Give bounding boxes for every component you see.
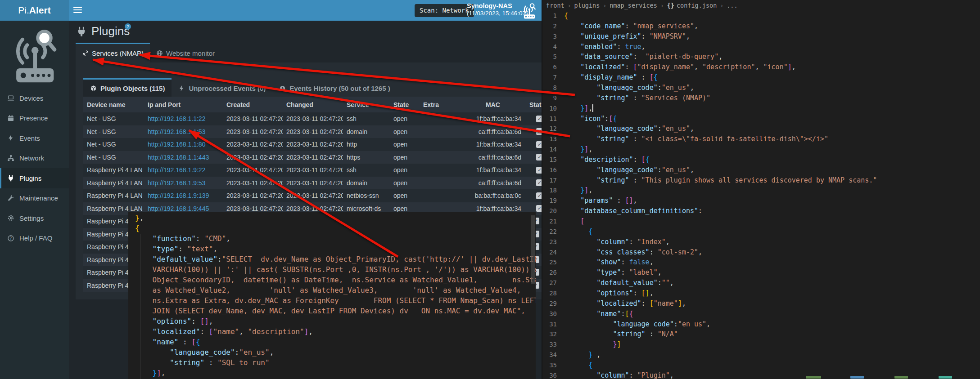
ip-port-link[interactable]: http://192.168.1.1:443 bbox=[148, 154, 209, 161]
plugin-tabs: Services (NMAP)Website monitor bbox=[76, 43, 221, 62]
ip-port-link[interactable]: http://192.168.1.9:139 bbox=[148, 192, 209, 199]
tab-label: Website monitor bbox=[166, 49, 215, 57]
table-row[interactable]: Net - USGhttp://192.168.1.1:802023-03-11… bbox=[83, 138, 542, 151]
cell-changed: 2023-03-11 02:47:20 bbox=[283, 189, 343, 202]
line-number: 27 bbox=[542, 278, 564, 288]
svg-text:?: ? bbox=[10, 236, 12, 241]
cell-device-name: Raspberry Pi 4 bbox=[87, 279, 129, 292]
cell-created: 2023-03-11 02:47:20 bbox=[223, 112, 283, 125]
code-line: "function": "CMD", bbox=[135, 233, 536, 244]
cell-service: ssh bbox=[343, 164, 390, 177]
sidebar-item-maintenance[interactable]: Maintenance bbox=[0, 188, 69, 209]
sidebar-item-help-faq[interactable]: ?Help / FAQ bbox=[0, 228, 69, 249]
line-number: 10 bbox=[542, 103, 564, 114]
cell-service: domain bbox=[343, 177, 390, 190]
sidebar-menu: DevicesPresenceEventsNetworkPluginsMaint… bbox=[0, 88, 69, 248]
breadcrumb-item[interactable]: front bbox=[546, 2, 565, 9]
chevron-right-icon: › bbox=[660, 2, 664, 9]
column-header-ip-and-port[interactable]: Ip and Port bbox=[144, 97, 223, 112]
cell-state: open bbox=[390, 138, 420, 151]
brand-logo[interactable]: Pi.Alert bbox=[0, 0, 69, 21]
ip-port-link[interactable]: http://192.168.1.9:53 bbox=[148, 179, 205, 187]
help-badge[interactable]: ? bbox=[125, 23, 131, 30]
sidebar-item-events[interactable]: Events bbox=[0, 128, 69, 148]
subtab-events-history-50-out-of-1265[interactable]: Events History (50 out of 1265 ) bbox=[272, 78, 397, 97]
ip-port-link[interactable]: http://192.168.1.9:22 bbox=[148, 166, 205, 174]
breadcrumb-item[interactable]: nmap_services bbox=[610, 2, 657, 9]
tab-services-nmap[interactable]: Services (NMAP) bbox=[76, 43, 150, 62]
breadcrumb-item[interactable]: ... bbox=[727, 2, 737, 9]
column-header-created[interactable]: Created bbox=[223, 97, 283, 112]
sidebar-item-devices[interactable]: Devices bbox=[0, 88, 69, 108]
column-header-extra[interactable]: Extra bbox=[420, 97, 460, 112]
tab-website-monitor[interactable]: Website monitor bbox=[150, 43, 221, 62]
cell-mac: ca:ff:ff:ca:ba:6d bbox=[460, 125, 526, 138]
ip-port-link[interactable]: http://192.168.1.1:22 bbox=[148, 115, 205, 122]
line-number: 26 bbox=[542, 268, 564, 278]
column-header-changed[interactable]: Changed bbox=[283, 97, 343, 112]
column-header-mac[interactable]: MAC bbox=[460, 97, 526, 112]
line-number: 9 bbox=[542, 93, 564, 103]
cell-created: 2023-03-11 02:47:20 bbox=[223, 151, 283, 164]
cell-extra bbox=[420, 112, 460, 125]
sidebar-item-settings[interactable]: Settings bbox=[0, 208, 69, 228]
line-number: 24 bbox=[542, 247, 564, 258]
code-line: 30 "name":[{ bbox=[542, 309, 980, 319]
cell-state: open bbox=[390, 112, 420, 125]
cell-mac: ca:ff:ff:ca:ba:6d bbox=[460, 177, 526, 190]
code-line: 14 }], bbox=[542, 144, 980, 155]
column-header-state[interactable]: State bbox=[390, 97, 420, 112]
line-number: 33 bbox=[542, 339, 564, 350]
table-row[interactable]: Raspberry Pi 4 LANhttp://192.168.1.9:222… bbox=[83, 164, 542, 177]
panel-divider bbox=[542, 0, 542, 379]
code-line: 32 "string" : "N/A" bbox=[542, 329, 980, 339]
table-row[interactable]: Net - USGhttp://192.168.1.1:532023-03-11… bbox=[83, 125, 542, 138]
cell-device-name: Raspberry Pi 4 LAN bbox=[83, 189, 144, 202]
breadcrumb-item[interactable]: plugins bbox=[574, 2, 600, 9]
cell-service: domain bbox=[343, 125, 390, 138]
code-line: 3 "unique_prefix": "NMAPSRV", bbox=[542, 31, 980, 42]
hamburger-menu-icon[interactable] bbox=[73, 7, 82, 13]
plugin-objects-table: Device nameIp and PortCreatedChangedServ… bbox=[83, 97, 542, 215]
sidebar-item-label: Settings bbox=[19, 214, 44, 222]
bolt-icon bbox=[178, 85, 185, 92]
plugin-subtabs: Plugin Objects (115)Unprocessed Events (… bbox=[83, 78, 397, 97]
line-number: 12 bbox=[542, 124, 564, 134]
tab-label: Unprocessed Events (0) bbox=[189, 85, 266, 92]
code-line: 28 "options": [], bbox=[542, 288, 980, 299]
code-line: "localized": ["name", "description"], bbox=[135, 326, 536, 337]
ip-port-link[interactable]: http://192.168.1.1:53 bbox=[148, 128, 205, 135]
line-number: 17 bbox=[542, 175, 564, 186]
line-number: 34 bbox=[542, 350, 564, 360]
table-row[interactable]: Raspberry Pi 4 LANhttp://192.168.1.9:532… bbox=[83, 177, 542, 190]
code-line: 9 "string" : "Services (NMAP)" bbox=[542, 93, 980, 103]
breadcrumb-item[interactable]: {}config.json bbox=[667, 2, 717, 9]
pialert-mini-logo-icon[interactable] bbox=[522, 2, 536, 19]
ip-port-link[interactable]: http://192.168.1.9:445 bbox=[148, 205, 209, 212]
line-number: 20 bbox=[542, 206, 564, 216]
ip-port-link[interactable]: http://192.168.1.1:80 bbox=[148, 141, 205, 148]
subtab-unprocessed-events-0[interactable]: Unprocessed Events (0) bbox=[172, 78, 272, 97]
column-header-device-name[interactable]: Device name bbox=[83, 97, 144, 112]
column-header-service[interactable]: Service bbox=[343, 97, 390, 112]
cell-device-name: Raspberry Pi 4 LAN bbox=[83, 164, 144, 177]
cell-status: ✓ bbox=[526, 125, 542, 138]
code-line: 25 "show": false, bbox=[542, 257, 980, 268]
sidebar-item-network[interactable]: Network bbox=[0, 148, 69, 169]
subtab-plugin-objects-115[interactable]: Plugin Objects (115) bbox=[83, 78, 172, 97]
cell-mac: 1f:ba:ff:ca:ba:34 bbox=[460, 138, 526, 151]
wrench-icon bbox=[6, 195, 16, 202]
overlay-scrollbar[interactable] bbox=[531, 215, 535, 284]
table-row[interactable]: Net - USGhttp://192.168.1.1:222023-03-11… bbox=[83, 112, 542, 125]
cell-device-name: Raspberry Pi 4 bbox=[87, 254, 129, 267]
sidebar-item-plugins[interactable]: Plugins bbox=[0, 168, 69, 188]
table-row[interactable]: Raspberry Pi 4 LANhttp://192.168.1.9:139… bbox=[83, 189, 542, 202]
sidebar-item-presence[interactable]: Presence bbox=[0, 108, 69, 129]
table-row[interactable]: Net - USGhttp://192.168.1.1:4432023-03-1… bbox=[83, 151, 542, 164]
column-header-status[interactable]: Status bbox=[526, 97, 542, 112]
line-number: 15 bbox=[542, 155, 564, 165]
line-number: 23 bbox=[542, 237, 564, 247]
line-number: 19 bbox=[542, 196, 564, 206]
clipped-line-fragment bbox=[850, 376, 864, 379]
sitemap-icon bbox=[6, 155, 16, 162]
